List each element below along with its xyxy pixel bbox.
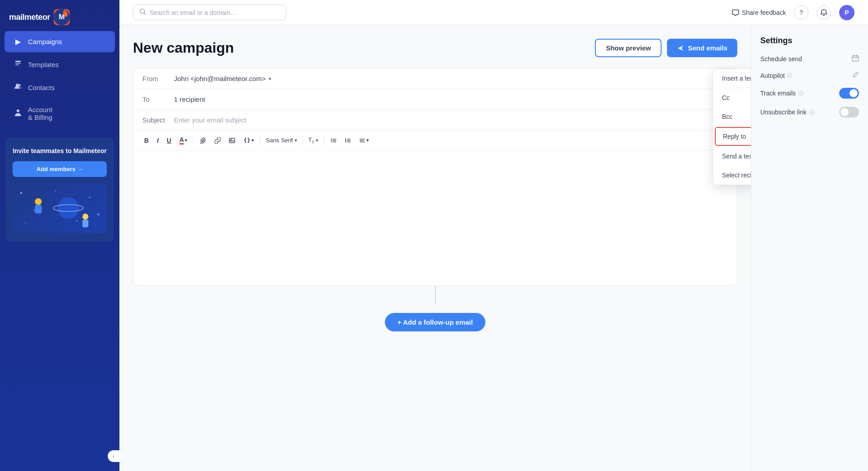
svg-point-8	[18, 84, 21, 86]
show-preview-button[interactable]: Show preview	[595, 39, 662, 57]
sidebar-nav: ▶ Campaigns Templates Contacts Account& …	[0, 30, 119, 129]
logo-icon: M	[54, 9, 70, 25]
editor-body[interactable]	[133, 150, 737, 285]
email-composer: From John <john@mailmeteor.com> ▾ To 1 r…	[133, 68, 737, 286]
editor-area: New campaign Show preview Send emails Fr…	[119, 25, 751, 471]
autopilot-action[interactable]	[852, 71, 859, 80]
svg-rect-4	[15, 61, 21, 62]
toolbar-divider-3	[302, 136, 303, 145]
svg-point-32	[345, 138, 346, 139]
from-field: From John <john@mailmeteor.com> ▾	[133, 68, 737, 89]
contacts-icon	[14, 83, 23, 92]
unsubscribe-toggle[interactable]	[839, 107, 859, 118]
subject-placeholder[interactable]: Enter your email subject	[174, 116, 728, 124]
track-emails-info-icon[interactable]: ⓘ	[799, 90, 804, 97]
sidebar-collapse-button[interactable]: ‹	[108, 450, 119, 462]
track-emails-toggle[interactable]	[839, 88, 859, 99]
search-icon	[140, 9, 146, 16]
autopilot-label: Autopilot ⓘ	[760, 72, 792, 79]
to-field: To 1 recipient	[133, 89, 737, 110]
sidebar-item-label: Templates	[28, 61, 59, 68]
bcc-item[interactable]: Bcc	[713, 107, 751, 126]
toggle-thumb	[841, 108, 849, 116]
options-dropdown: Insert a template › Cc Bcc Repl	[713, 68, 751, 185]
user-avatar[interactable]: P	[839, 5, 854, 20]
underline-button[interactable]: U	[163, 135, 175, 146]
send-test-item[interactable]: Send a test email	[713, 147, 751, 166]
svg-point-20	[82, 213, 88, 219]
cc-item[interactable]: Cc	[713, 88, 751, 107]
help-button[interactable]: ?	[794, 5, 809, 20]
campaigns-icon: ▶	[14, 37, 23, 46]
header-actions: Show preview Send emails	[595, 39, 737, 57]
unsubscribe-info-icon[interactable]: ⓘ	[809, 109, 814, 116]
autopilot-row: Autopilot ⓘ	[760, 71, 859, 80]
page-header: New campaign Show preview Send emails	[133, 39, 737, 57]
sidebar-item-templates[interactable]: Templates	[5, 54, 115, 75]
search-box[interactable]: Search an email or a domain...	[133, 5, 286, 20]
chevron-down-icon: ▾	[295, 138, 297, 143]
font-family-label: Sans Serif	[266, 137, 293, 144]
schedule-send-label: Schedule send	[760, 55, 802, 63]
add-members-button[interactable]: Add members →	[13, 161, 107, 177]
reply-to-label: Reply to	[723, 133, 746, 140]
page-title: New campaign	[133, 40, 234, 56]
svg-rect-19	[35, 205, 41, 213]
logo-area: mailmeteor M	[0, 0, 119, 30]
notification-button[interactable]	[817, 5, 831, 20]
bullet-list-button[interactable]	[341, 136, 355, 145]
svg-point-9	[20, 192, 22, 194]
sidebar-item-campaigns[interactable]: ▶ Campaigns	[5, 31, 115, 52]
variable-button[interactable]: {} ▾	[240, 135, 257, 145]
sidebar-item-account[interactable]: Account& Billing	[5, 100, 115, 127]
svg-point-15	[76, 220, 78, 222]
cc-label: Cc	[722, 94, 730, 101]
svg-point-14	[25, 222, 26, 223]
sidebar-item-label: Contacts	[28, 84, 55, 91]
align-button[interactable]: ▾	[356, 136, 372, 145]
svg-rect-21	[82, 219, 88, 227]
from-dropdown[interactable]: John <john@mailmeteor.com> ▾	[174, 75, 271, 82]
send-emails-button[interactable]: Send emails	[667, 39, 737, 57]
svg-point-12	[33, 209, 35, 211]
autopilot-info-icon[interactable]: ⓘ	[787, 72, 792, 79]
unsubscribe-link-label: Unsubscribe link ⓘ	[760, 109, 814, 116]
help-icon: ?	[799, 9, 803, 16]
invite-title: Invite teammates to Mailmeteor	[13, 147, 107, 156]
editor-toolbar: B I U A ▾	[133, 131, 737, 150]
ordered-list-button[interactable]: 123	[327, 136, 340, 145]
svg-rect-5	[15, 63, 21, 64]
svg-point-10	[89, 196, 91, 198]
text-color-button[interactable]: A ▾	[176, 134, 191, 146]
track-emails-row: Track emails ⓘ	[760, 88, 859, 99]
invite-illustration	[13, 183, 107, 233]
insert-template-item[interactable]: Insert a template ›	[713, 69, 751, 88]
bold-button[interactable]: B	[141, 135, 152, 146]
font-family-select[interactable]: Sans Serif ▾	[263, 135, 300, 145]
invite-panel: Invite teammates to Mailmeteor Add membe…	[5, 138, 114, 242]
to-value: 1 recipient	[174, 95, 728, 103]
svg-point-11	[55, 190, 56, 191]
share-feedback-label: Share feedback	[742, 9, 786, 16]
image-button[interactable]	[225, 136, 239, 145]
add-followup-button[interactable]: + Add a follow-up email	[385, 313, 485, 331]
subject-label: Subject	[142, 116, 174, 124]
from-value: John <john@mailmeteor.com>	[174, 75, 266, 82]
svg-rect-41	[852, 56, 859, 61]
select-recipients-item[interactable]: Select recipients	[713, 166, 751, 185]
attach-button[interactable]	[196, 136, 210, 145]
sidebar-item-contacts[interactable]: Contacts	[5, 77, 115, 98]
account-icon	[14, 109, 23, 118]
to-label: To	[142, 95, 174, 103]
reply-to-item[interactable]: Reply to	[715, 127, 751, 146]
toolbar-divider	[193, 136, 194, 145]
templates-icon	[14, 60, 23, 69]
settings-panel: Settings Schedule send Autopilot ⓘ	[751, 25, 868, 471]
share-feedback-button[interactable]: Share feedback	[732, 9, 786, 16]
font-size-select[interactable]: TT ▾	[306, 135, 321, 146]
schedule-send-action[interactable]	[852, 54, 859, 63]
svg-point-18	[35, 198, 41, 205]
search-placeholder: Search an email or a domain...	[150, 9, 236, 16]
italic-button[interactable]: I	[153, 135, 162, 146]
link-button[interactable]	[211, 136, 224, 145]
